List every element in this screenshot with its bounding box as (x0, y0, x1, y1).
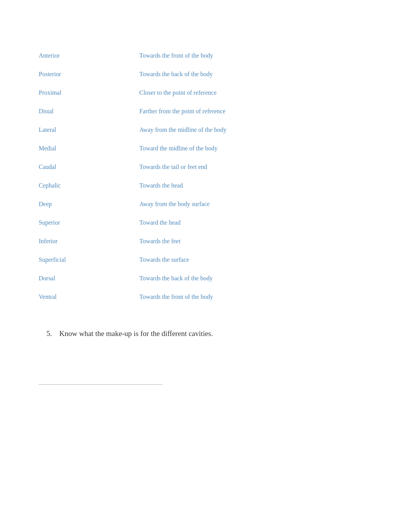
section-5-text: Know what the make-up is for the differe… (59, 329, 213, 338)
table-row: LateralAway from the midline of the body (39, 121, 372, 139)
definition-cell: Away from the body surface (139, 195, 372, 213)
definition-cell: Towards the back of the body (139, 269, 372, 288)
definition-cell: Towards the front of the body (139, 46, 372, 65)
table-row: MedialToward the midline of the body (39, 139, 372, 158)
definition-cell: Farther from the point of reference (139, 102, 372, 121)
definition-cell: Closer to the point of reference (139, 84, 372, 102)
table-row: SuperiorToward the head (39, 213, 372, 232)
section-5-number: 5. (46, 329, 52, 338)
term-cell: Lateral (39, 121, 139, 139)
term-cell: Superior (39, 213, 139, 232)
term-cell: Inferior (39, 232, 139, 251)
term-cell: Distal (39, 102, 139, 121)
page-container: AnteriorTowards the front of the bodyPos… (0, 0, 411, 416)
definition-cell: Towards the feet (139, 232, 372, 251)
term-cell: Cephalic (39, 176, 139, 195)
table-row: DistalFarther from the point of referenc… (39, 102, 372, 121)
table-row: ProximalCloser to the point of reference (39, 84, 372, 102)
definition-cell: Toward the midline of the body (139, 139, 372, 158)
table-row: CaudalTowards the tail or feet end (39, 158, 372, 176)
bottom-line (39, 384, 163, 385)
definition-cell: Towards the head (139, 176, 372, 195)
table-row: SuperficialTowards the surface (39, 251, 372, 269)
term-cell: Superficial (39, 251, 139, 269)
table-row: VentralTowards the front of the body (39, 288, 372, 306)
term-cell: Ventral (39, 288, 139, 306)
table-row: CephalicTowards the head (39, 176, 372, 195)
table-row: DeepAway from the body surface (39, 195, 372, 213)
term-cell: Anterior (39, 46, 139, 65)
definition-cell: Towards the back of the body (139, 65, 372, 84)
table-row: InferiorTowards the feet (39, 232, 372, 251)
definition-cell: Towards the surface (139, 251, 372, 269)
table-row: DorsalTowards the back of the body (39, 269, 372, 288)
definition-cell: Toward the head (139, 213, 372, 232)
terms-table: AnteriorTowards the front of the bodyPos… (39, 46, 372, 306)
term-cell: Proximal (39, 84, 139, 102)
term-cell: Caudal (39, 158, 139, 176)
definition-cell: Towards the front of the body (139, 288, 372, 306)
definition-cell: Away from the midline of the body (139, 121, 372, 139)
term-cell: Dorsal (39, 269, 139, 288)
definition-cell: Towards the tail or feet end (139, 158, 372, 176)
term-cell: Deep (39, 195, 139, 213)
section-5: 5. Know what the make-up is for the diff… (39, 329, 372, 338)
term-cell: Posterior (39, 65, 139, 84)
term-cell: Medial (39, 139, 139, 158)
table-row: PosteriorTowards the back of the body (39, 65, 372, 84)
table-row: AnteriorTowards the front of the body (39, 46, 372, 65)
